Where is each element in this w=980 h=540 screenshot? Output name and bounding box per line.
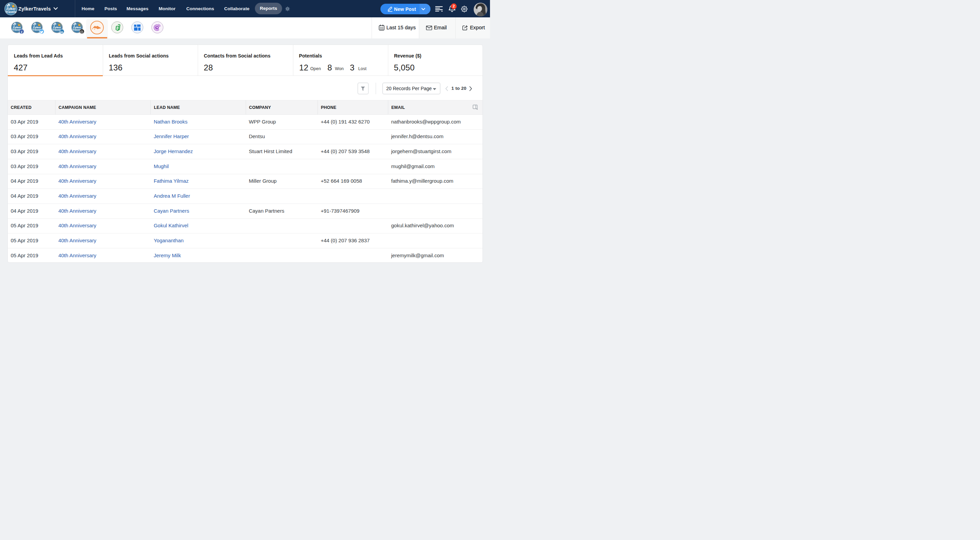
svg-text:f: f	[21, 30, 22, 34]
svg-text:Travels: Travels	[5, 10, 16, 13]
